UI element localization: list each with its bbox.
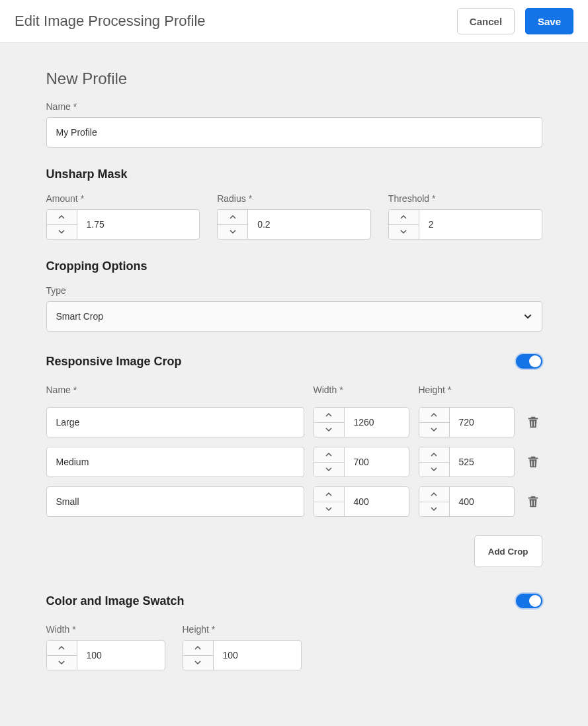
chevron-up-icon — [325, 490, 333, 498]
chevron-down-icon — [325, 426, 333, 433]
trash-icon — [526, 415, 540, 430]
amount-stepper[interactable]: 1.75 — [46, 209, 200, 240]
chevron-down-icon — [229, 228, 237, 236]
amount-value: 1.75 — [77, 210, 200, 239]
swatch-height-step-up[interactable] — [183, 641, 213, 656]
section-new-profile: New Profile — [46, 69, 542, 88]
chevron-up-icon — [399, 213, 407, 221]
section-color-swatch: Color and Image Swatch — [46, 594, 185, 608]
crop-type-select[interactable]: Smart Crop — [46, 301, 542, 332]
crop-height-step-up[interactable] — [419, 408, 449, 423]
swatch-height-stepper[interactable]: 100 — [183, 640, 302, 670]
threshold-step-down[interactable] — [389, 225, 419, 240]
add-crop-button[interactable]: Add Crop — [474, 535, 542, 567]
radius-label: Radius * — [217, 193, 371, 204]
crop-height-step-up[interactable] — [419, 447, 449, 463]
swatch-height-value: 100 — [214, 641, 301, 670]
crop-width-step-down[interactable] — [314, 502, 344, 517]
crop-height-step-down[interactable] — [419, 502, 449, 517]
crop-width-stepper[interactable]: 1260 — [314, 407, 409, 437]
chevron-down-icon — [325, 465, 333, 473]
section-cropping-options: Cropping Options — [46, 259, 542, 273]
page-header: Edit Image Processing Profile Cancel Sav… — [0, 0, 588, 43]
chevron-up-icon — [430, 490, 438, 498]
swatch-width-step-up[interactable] — [47, 641, 77, 656]
crop-height-stepper[interactable]: 400 — [419, 486, 515, 517]
radius-step-up[interactable] — [218, 210, 247, 225]
header-actions: Cancel Save — [457, 8, 573, 34]
crop-width-step-down[interactable] — [314, 463, 344, 477]
crop-width-step-up[interactable] — [314, 447, 344, 463]
radius-step-down[interactable] — [218, 225, 247, 240]
amount-step-down[interactable] — [47, 225, 77, 240]
trash-icon — [526, 455, 540, 469]
crop-width-step-up[interactable] — [314, 408, 344, 423]
delete-crop-button[interactable] — [526, 415, 540, 430]
crop-name-value: Small — [56, 496, 79, 507]
responsive-crop-toggle[interactable] — [516, 354, 542, 369]
crop-type-label: Type — [46, 285, 542, 296]
radius-value: 0.2 — [248, 210, 370, 239]
chevron-up-icon — [58, 644, 65, 652]
threshold-value: 2 — [419, 210, 542, 239]
radius-stepper[interactable]: 0.2 — [217, 209, 371, 240]
crop-height-step-down[interactable] — [419, 463, 449, 477]
crop-name-value: Medium — [56, 457, 89, 467]
chevron-up-icon — [194, 644, 202, 652]
crop-height-value: 720 — [450, 408, 514, 437]
crop-width-value: 1260 — [345, 408, 409, 437]
swatch-width-step-down[interactable] — [47, 656, 77, 670]
crop-name-input[interactable]: Medium — [46, 447, 304, 477]
crop-height-stepper[interactable]: 720 — [419, 407, 515, 437]
chevron-down-icon — [430, 426, 438, 433]
chevron-down-icon — [523, 312, 532, 321]
chevron-down-icon — [325, 505, 333, 513]
name-input[interactable]: My Profile — [46, 117, 542, 148]
section-unsharp-mask: Unsharp Mask — [46, 167, 542, 181]
chevron-up-icon — [229, 213, 237, 221]
swatch-height-label: Height * — [183, 624, 302, 635]
threshold-stepper[interactable]: 2 — [388, 209, 542, 240]
crop-width-stepper[interactable]: 700 — [314, 447, 409, 477]
crop-width-step-down[interactable] — [314, 423, 344, 437]
crop-width-stepper[interactable]: 400 — [314, 486, 409, 517]
amount-label: Amount * — [46, 193, 200, 204]
crop-height-step-up[interactable] — [419, 487, 449, 502]
amount-step-up[interactable] — [47, 210, 77, 225]
cancel-button[interactable]: Cancel — [457, 8, 515, 34]
chevron-up-icon — [430, 451, 438, 459]
chevron-up-icon — [325, 411, 333, 419]
name-value: My Profile — [56, 127, 97, 138]
crop-height-value: 525 — [450, 447, 514, 476]
page-title: Edit Image Processing Profile — [15, 13, 206, 30]
chevron-down-icon — [58, 658, 65, 666]
delete-crop-button[interactable] — [526, 494, 540, 509]
crop-type-value: Smart Crop — [56, 311, 104, 322]
color-swatch-toggle[interactable] — [516, 594, 542, 608]
crop-row: Medium700525 — [46, 447, 542, 477]
section-responsive-crop: Responsive Image Crop — [46, 355, 182, 369]
crop-width-value: 700 — [345, 447, 409, 476]
crop-name-input[interactable]: Large — [46, 407, 304, 437]
swatch-height-step-down[interactable] — [183, 656, 213, 670]
form-content: New Profile Name * My Profile Unsharp Ma… — [23, 43, 566, 710]
crop-width-step-up[interactable] — [314, 487, 344, 502]
save-button[interactable]: Save — [525, 8, 573, 34]
delete-crop-button[interactable] — [526, 455, 540, 469]
crop-height-value: 400 — [450, 487, 514, 516]
swatch-width-value: 100 — [77, 641, 165, 670]
crop-name-value: Large — [56, 417, 80, 428]
crop-row: Large1260720 — [46, 407, 542, 437]
crop-height-stepper[interactable]: 525 — [419, 447, 515, 477]
swatch-width-label: Width * — [46, 624, 165, 635]
swatch-width-stepper[interactable]: 100 — [46, 640, 165, 670]
chevron-down-icon — [430, 505, 438, 513]
crop-width-header: Width * — [314, 385, 409, 395]
crop-name-input[interactable]: Small — [46, 486, 304, 517]
chevron-down-icon — [58, 228, 65, 236]
chevron-up-icon — [430, 411, 438, 419]
crop-height-step-down[interactable] — [419, 423, 449, 437]
threshold-step-up[interactable] — [389, 210, 419, 225]
chevron-up-icon — [325, 451, 333, 459]
crop-name-header: Name * — [46, 385, 304, 395]
